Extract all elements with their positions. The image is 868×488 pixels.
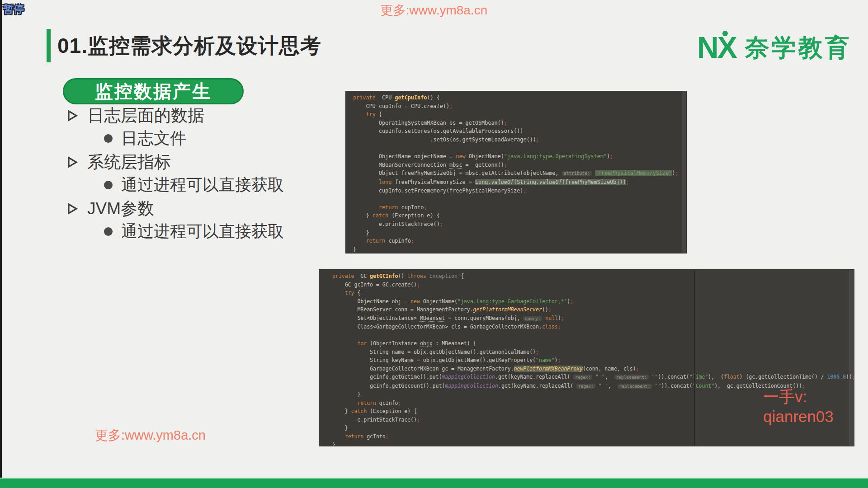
arrow-bullet-icon (67, 202, 87, 215)
list-item: JVM参数 (67, 199, 338, 218)
page-title: 01.监控需求分析及设计思考 (57, 29, 321, 62)
slide: 暂停 更多:www.ym8a.cn 01.监控需求分析及设计思考 NX 奈学教育… (0, 0, 868, 488)
bottom-green-bar (0, 478, 868, 488)
arrow-bullet-icon (67, 109, 87, 122)
list-item-label: 通过进程可以直接获取 (121, 221, 284, 243)
logo-dot-icon (722, 31, 728, 36)
bullet-list: 日志层面的数据日志文件系统层指标通过进程可以直接获取JVM参数通过进程可以直接获… (67, 106, 338, 245)
dot-bullet-icon (104, 181, 121, 189)
dot-bullet-icon (104, 227, 121, 236)
list-item-label: 日志文件 (121, 127, 186, 150)
title-accent-bar (47, 29, 51, 62)
top-watermark-url: 更多:www.ym8a.cn (0, 2, 868, 19)
arrow-bullet-icon (67, 156, 87, 169)
editor-split-divider (694, 270, 695, 446)
list-item: 日志层面的数据 (67, 106, 338, 125)
logo-name-text: 奈学教育 (745, 34, 852, 61)
list-item: 系统层指标 (67, 152, 338, 172)
wechat-watermark: 一手v: qianren03 (763, 386, 868, 426)
code-lines: private CPU getCpuInfo() { CPU cupInfo =… (353, 94, 686, 253)
list-item-label: 日志层面的数据 (87, 104, 204, 127)
section-badge: 监控数据产生 (63, 78, 244, 104)
brand-logo: NX 奈学教育 (697, 33, 852, 62)
code-screenshot-getcpuinfo: private CPU getCpuInfo() { CPU cupInfo =… (346, 91, 686, 253)
list-item: 通过进程可以直接获取 (104, 175, 338, 195)
logo-mark-text: NX (697, 34, 736, 61)
list-item: 日志文件 (104, 129, 338, 148)
list-item-label: 系统层指标 (87, 151, 171, 174)
list-item-label: JVM参数 (87, 197, 154, 220)
bottom-watermark-url: 更多:www.ym8a.cn (95, 427, 206, 445)
list-item-label: 通过进程可以直接获取 (121, 174, 284, 196)
list-item: 通过进程可以直接获取 (104, 222, 338, 241)
dot-bullet-icon (104, 134, 121, 143)
left-edge-bar (0, 0, 2, 488)
editor-scrollbar (682, 91, 686, 253)
